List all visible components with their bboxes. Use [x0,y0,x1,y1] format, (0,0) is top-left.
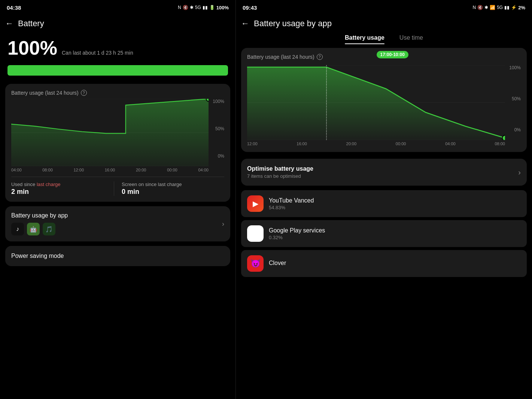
clover-icon: 😈 [247,255,264,272]
info-icon-left[interactable]: ? [81,90,87,96]
nfc-icon-r: N [473,5,476,10]
android-icon: 🤖 [27,223,40,235]
youtube-vanced-pct: 54.83% [269,205,314,210]
stat-used: Used since last charge 2 min [11,182,114,196]
power-saving-card[interactable]: Power saving mode [5,246,230,266]
time-left: 04:38 [7,4,21,11]
stat-screen: Screen on since last charge 0 min [114,182,224,196]
google-play-name: Google Play services [269,227,325,234]
clover-info: Clover [269,260,286,267]
optimise-subtitle: 7 items can be optimised [247,173,313,179]
app-item-google-play[interactable]: ✦ Google Play services 0.32% [241,220,527,247]
youtube-vanced-info: YouTube Vanced 54.83% [269,197,314,210]
clover-name: Clover [269,260,286,266]
optimise-card[interactable]: Optimise battery usage 7 items can be op… [241,159,527,186]
battery-pct-status: 100% [216,5,229,10]
battery-bar-container [7,65,228,76]
google-play-pct: 0.32% [269,235,325,240]
tabs-row: Battery usage Use time [236,34,532,44]
battery-chart-card-right: Battery usage (last 24 hours) ? 17:00-10… [241,48,527,152]
time-right: 09:43 [243,4,257,11]
page-title-left: Battery [18,19,44,28]
status-icons-right: N 🔇 ✱ 📶 5G ▮▮ ⚡ 2% [473,5,525,10]
chart-labels-right-left: 100% 50% 0% [210,99,224,159]
chart-tooltip: 17:00-10:00 [377,51,408,58]
chart-labels-right-r: 100% 50% 0% [507,65,521,133]
stats-row-left: Used since last charge 2 min Screen on s… [11,177,224,196]
optimise-info: Optimise battery usage 7 items can be op… [247,165,313,179]
status-icons-left: N 🔇 ✱ 5G ▮▮ 🔋 100% [178,5,229,10]
used-value: 2 min [11,188,114,196]
youtube-vanced-name: YouTube Vanced [269,197,314,204]
app-item-youtube[interactable]: ▶ YouTube Vanced 54.83% [241,190,527,217]
tab-battery-usage[interactable]: Battery usage [345,34,384,44]
screen-label: Screen on since last charge [122,182,224,187]
byapp-icons: ♪ 🤖 🎵 [11,223,222,235]
battery-bar-fill [7,65,228,76]
battery-chart-card-left: Battery usage (last 24 hours) ? [5,84,230,202]
back-button-left[interactable]: ← [5,19,13,28]
byapp-left: Battery usage by app ♪ 🤖 🎵 [11,212,222,235]
chart-title-left: Battery usage (last 24 hours) ? [11,90,224,96]
mute-icon-r: 🔇 [477,5,483,10]
tiktok-icon: ♪ [11,223,24,235]
page-title-right: Battery usage by app [254,19,332,28]
mute-icon: 🔇 [183,5,188,10]
app-item-clover[interactable]: 😈 Clover [241,250,527,277]
chevron-right-icon[interactable]: › [222,220,224,228]
charging-icon-r: ⚡ [511,5,517,10]
optimise-chevron-icon[interactable]: › [518,168,521,177]
youtube-vanced-icon: ▶ [247,195,264,212]
google-play-info: Google Play services 0.32% [269,227,325,240]
page-header-right: ← Battery usage by app [236,15,532,32]
battery-pct-section: 100% Can last about 1 d 23 h 25 min [0,32,235,62]
bt-icon: ✱ [190,5,194,10]
chart-time-right: 12:00 16:00 20:00 00:00 04:00 08:00 [247,141,521,146]
page-header-left: ← Battery [0,15,235,32]
power-saving-title: Power saving mode [11,253,224,259]
google-play-icon: ✦ [247,225,264,242]
chart-time-left: 04:00 08:00 12:00 16:00 20:00 00:00 04:0… [11,168,224,172]
tab-use-time[interactable]: Use time [399,34,423,44]
back-button-right[interactable]: ← [241,19,249,28]
right-panel: 09:43 N 🔇 ✱ 📶 5G ▮▮ ⚡ 2% ← Battery usage… [236,0,532,399]
spotify-icon: 🎵 [43,223,55,235]
battery-pct-status-r: 2% [518,5,525,10]
svg-marker-8 [247,67,505,140]
chart-svg-right [247,65,505,140]
svg-point-10 [502,135,505,140]
chart-area-left: 100% 50% 0% [11,99,224,166]
byapp-title: Battery usage by app [11,212,222,219]
info-icon-right[interactable]: ? [317,54,323,60]
bt-icon-r: ✱ [484,5,488,10]
screen-value: 0 min [122,188,224,196]
battery-subtitle: Can last about 1 d 23 h 25 min [62,50,133,56]
used-label: Used since last charge [11,182,114,187]
optimise-title: Optimise battery usage [247,165,313,172]
last-charge-highlight: last charge [37,182,61,187]
signal-icon-r: 5G [497,5,503,10]
chart-svg-left [11,99,209,166]
cell-icon-r: ▮▮ [504,5,510,10]
battery-icon-left: 🔋 [209,5,215,10]
chart-area-right: 100% 50% 0% [247,65,521,140]
status-bar-left: 04:38 N 🔇 ✱ 5G ▮▮ 🔋 100% [0,0,235,15]
wifi-icon-r: 📶 [490,5,495,10]
cell-icon: ▮▮ [203,5,208,10]
left-panel: 04:38 N 🔇 ✱ 5G ▮▮ 🔋 100% ← Battery 100% … [0,0,236,399]
battery-byapp-card[interactable]: Battery usage by app ♪ 🤖 🎵 › [5,206,230,241]
nfc-icon: N [178,5,181,10]
battery-percentage: 100% [7,37,57,59]
signal-icon: 5G [195,5,201,10]
status-bar-right: 09:43 N 🔇 ✱ 📶 5G ▮▮ ⚡ 2% [236,0,532,15]
